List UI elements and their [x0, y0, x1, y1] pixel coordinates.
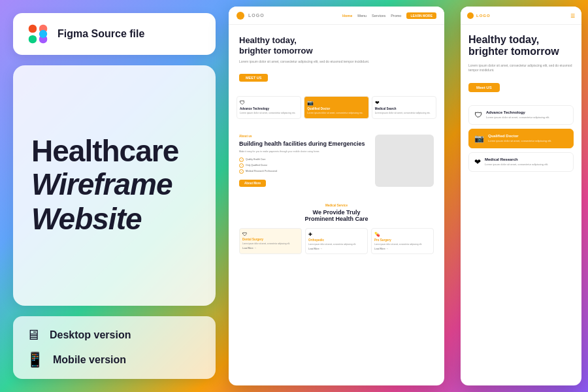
mobile-feature-text-2: Lorem ipsum dolor sit amet, consectetur …: [488, 139, 551, 143]
desktop-hero: Healthy today,brighter tomorrow Lorem ip…: [229, 25, 444, 88]
desktop-version-label: Desktop version: [50, 329, 131, 341]
feature-title-3: Medical Search: [375, 107, 433, 110]
mobile-feature-content-2: Qualified Doctor Lorem ipsum dolor sit a…: [488, 134, 551, 143]
left-panel: Figma Source file Healthcare Wireframe W…: [13, 13, 216, 379]
title-line3: Website: [31, 202, 197, 237]
desktop-about: About us Building health facilities duri…: [229, 127, 444, 195]
svg-rect-0: [29, 25, 37, 33]
title-line1: Healthcare: [31, 135, 197, 168]
service-card-1: 🛡 Dental Surgery Lorem ipsum dolor sit a…: [239, 228, 302, 254]
about-cta-button[interactable]: About More: [239, 180, 266, 187]
desktop-logo-dot: [237, 12, 244, 20]
title-line2: Wireframe: [31, 167, 197, 202]
check-icon-1: [239, 157, 244, 162]
feature-title-2: Qualified Doctor: [307, 107, 365, 110]
desktop-services: Medical Service We Provide TrulyProminen…: [229, 197, 444, 261]
feature-card-1: 🛡 Advance Technology Lorem ipsum dolor s…: [237, 96, 301, 119]
hamburger-icon[interactable]: ≡: [570, 11, 575, 20]
figma-badge: Figma Source file: [13, 13, 216, 55]
about-tag: About us: [239, 135, 367, 138]
check-text-2: Only Qualified Doctor: [246, 164, 267, 167]
mobile-wireframe: LOGO ≡ Healthy today, brighter tomorrow …: [461, 7, 581, 385]
service-title-2: Orthopedic: [308, 238, 365, 242]
mobile-features: 🛡 Advance Technology Lorem ipsum dolor s…: [461, 99, 581, 178]
mobile-version-label: Mobile version: [53, 354, 126, 366]
mobile-feature-text-1: Lorem ipsum dolor sit amet, consectetur …: [486, 116, 549, 120]
service-text-3: Lorem ipsum dolor sit amet, consectetur …: [374, 243, 431, 246]
mobile-feature-icon-1: 🛡: [474, 110, 482, 120]
check-item-1: Quality Health Care: [239, 157, 367, 162]
load-more-2[interactable]: Load More →: [308, 248, 365, 250]
check-item-3: Medical Research Professional: [239, 169, 367, 174]
check-icon-2: [239, 163, 244, 168]
figma-icon: [26, 22, 50, 46]
nav-home[interactable]: Home: [342, 14, 352, 18]
service-text-2: Lorem ipsum dolor sit amet, consectetur …: [308, 243, 365, 246]
service-text-1: Lorem ipsum dolor sit amet, consectetur …: [242, 242, 299, 245]
mobile-logo: LOGO: [467, 12, 491, 19]
nav-menu[interactable]: Menu: [357, 14, 367, 18]
mobile-hero-text: Lorem ipsum dolor sit amet, consectetur …: [468, 63, 574, 73]
feature-icon-3: ❤: [375, 100, 433, 106]
feature-text-2: Lorem ipsum dolor sit amet, consectetur …: [307, 112, 365, 115]
check-icon-3: [239, 169, 244, 174]
services-tag: Medical Service: [239, 204, 434, 207]
mobile-logo-text: LOGO: [476, 14, 491, 18]
service-cards: 🛡 Dental Surgery Lorem ipsum dolor sit a…: [239, 228, 434, 254]
service-icon-3: 💊: [374, 232, 431, 237]
mobile-feature-icon-2: 📷: [474, 134, 484, 143]
service-icon-1: 🛡: [242, 232, 299, 237]
check-item-2: Only Qualified Doctor: [239, 163, 367, 168]
feature-icon-2: 📷: [307, 100, 365, 106]
mobile-feature-title-2: Qualified Doctor: [488, 134, 551, 138]
desktop-icon: 🖥: [26, 327, 41, 344]
feature-text-1: Lorem ipsum dolor sit amet, consectetur …: [240, 112, 298, 115]
desktop-wireframe: LOGO Home Menu Services Promo LEARN MORE…: [229, 7, 444, 385]
mobile-version-item: 📱 Mobile version: [26, 351, 203, 368]
about-text: Make it easy for you to make payments th…: [239, 150, 367, 154]
mobile-feature-1: 🛡 Advance Technology Lorem ipsum dolor s…: [468, 105, 574, 125]
feature-icon-1: 🛡: [240, 100, 298, 106]
check-text-3: Medical Research Professional: [246, 170, 277, 172]
desktop-logo-text: LOGO: [248, 13, 265, 18]
service-icon-2: ✚: [308, 232, 365, 237]
mobile-feature-3: ❤ Medical Research Lorem ipsum dolor sit…: [468, 152, 574, 172]
mobile-feature-icon-3: ❤: [474, 157, 481, 167]
desktop-nav: LOGO Home Menu Services Promo LEARN MORE: [229, 7, 444, 25]
mobile-feature-2: 📷 Qualified Doctor Lorem ipsum dolor sit…: [468, 129, 574, 148]
mobile-feature-text-3: Lorem ipsum dolor sit amet, consectetur …: [485, 163, 548, 167]
nav-cta-button[interactable]: LEARN MORE: [406, 12, 436, 19]
mobile-hero: Healthy today, brighter tomorrow Lorem i…: [461, 25, 581, 99]
mobile-hero-title: Healthy today, brighter tomorrow: [468, 34, 574, 58]
mobile-feature-title-3: Medical Research: [485, 157, 548, 161]
feature-text-3: Lorem ipsum dolor sit amet, consectetur …: [375, 112, 433, 115]
version-card: 🖥 Desktop version 📱 Mobile version: [13, 316, 216, 379]
nav-services[interactable]: Services: [372, 14, 385, 18]
about-left: About us Building health facilities duri…: [239, 135, 367, 187]
load-more-3[interactable]: Load More →: [374, 248, 431, 250]
svg-rect-2: [29, 35, 37, 43]
check-text-1: Quality Health Care: [246, 158, 266, 161]
desktop-features: 🛡 Advance Technology Lorem ipsum dolor s…: [229, 91, 444, 124]
about-image-placeholder: [375, 135, 434, 187]
desktop-nav-links: Home Menu Services Promo LEARN MORE: [342, 12, 436, 19]
load-more-1[interactable]: Load More →: [242, 247, 299, 250]
desktop-hero-cta[interactable]: MEET US: [239, 74, 268, 82]
mobile-feature-content-3: Medical Research Lorem ipsum dolor sit a…: [485, 157, 548, 167]
desktop-hero-text: Lorem ipsum dolor sit amet, consectetur …: [239, 59, 434, 65]
mobile-icon: 📱: [26, 351, 44, 368]
nav-promo[interactable]: Promo: [391, 14, 401, 18]
about-title: Building health facilities during Emerge…: [239, 140, 367, 148]
title-card: Healthcare Wireframe Website: [13, 65, 216, 306]
desktop-hero-title: Healthy today,brighter tomorrow: [239, 35, 434, 56]
mobile-hero-cta[interactable]: Meet US: [468, 83, 500, 92]
feature-title-1: Advance Technology: [240, 107, 298, 110]
service-card-3: 💊 Pro Surgery Lorem ipsum dolor sit amet…: [371, 228, 434, 254]
feature-card-3: ❤ Medical Search Lorem ipsum dolor sit a…: [372, 96, 436, 119]
svg-point-4: [39, 30, 47, 38]
mobile-logo-dot: [467, 12, 474, 19]
service-title-1: Dental Surgery: [242, 238, 299, 241]
mobile-feature-title-1: Advance Technology: [486, 110, 549, 114]
mobile-nav: LOGO ≡: [461, 7, 581, 25]
service-card-2: ✚ Orthopedic Lorem ipsum dolor sit amet,…: [305, 228, 368, 254]
